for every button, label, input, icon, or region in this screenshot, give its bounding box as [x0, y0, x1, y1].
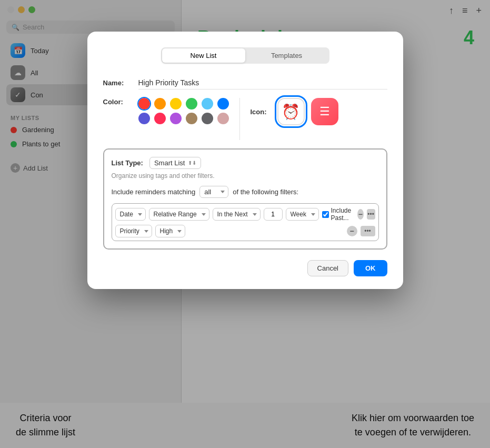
- tab-bar: New List Templates: [161, 47, 329, 64]
- color-row-1: [138, 98, 229, 109]
- modal-overlay: New List Templates Name: Color:: [0, 0, 490, 448]
- color-pink[interactable]: [154, 113, 166, 124]
- filter-remove-date-button[interactable]: −: [357, 209, 363, 220]
- ok-button[interactable]: OK: [354, 260, 387, 276]
- smart-list-section: List Type: Smart List ⬆⬇ Organize using …: [103, 148, 387, 250]
- list-type-select[interactable]: Smart List ⬆⬇: [149, 157, 202, 169]
- color-label: Color:: [103, 98, 132, 106]
- icon-list[interactable]: ☰: [311, 98, 338, 125]
- list-type-row: List Type: Smart List ⬆⬇: [112, 157, 379, 169]
- matching-row: Include reminders matching all any of th…: [112, 186, 379, 198]
- icon-label: Icon:: [251, 108, 267, 116]
- name-input[interactable]: [138, 76, 387, 89]
- filter-row-date: Date Relative Range In the Next Week Inc: [115, 207, 375, 222]
- matching-select[interactable]: all any: [199, 186, 228, 198]
- filter-row-priority: Priority High − •••: [115, 225, 375, 237]
- color-violet[interactable]: [170, 113, 182, 124]
- color-section: Color:: [103, 98, 229, 124]
- filter-operator-relative[interactable]: Relative Range: [149, 208, 209, 221]
- color-rose[interactable]: [217, 113, 229, 124]
- icon-section: Icon: ⏰ ☰: [251, 98, 338, 125]
- tab-new-list[interactable]: New List: [162, 48, 245, 63]
- color-gray[interactable]: [202, 113, 213, 124]
- matching-prefix: Include reminders matching: [112, 188, 196, 196]
- name-label: Name:: [103, 79, 132, 87]
- filter-include-past-checkbox[interactable]: [322, 211, 329, 218]
- filter-include-past[interactable]: Include Past...: [322, 207, 352, 222]
- filter-field-date[interactable]: Date: [115, 208, 146, 221]
- filter-field-priority[interactable]: Priority: [115, 225, 152, 237]
- dialog: New List Templates Name: Color:: [87, 32, 403, 289]
- color-green[interactable]: [186, 98, 197, 109]
- dialog-footer: Cancel OK: [103, 260, 387, 276]
- filter-condition-in-next[interactable]: In the Next: [213, 208, 261, 221]
- color-red[interactable]: [138, 98, 150, 109]
- filter-more-priority-button[interactable]: •••: [361, 226, 375, 236]
- color-blue[interactable]: [217, 98, 229, 109]
- filter-unit-week[interactable]: Week: [286, 208, 319, 221]
- color-icon-row: Color:: [103, 98, 387, 140]
- icon-alarm[interactable]: ⏰: [277, 98, 305, 125]
- color-icon-separator: [239, 98, 240, 140]
- filter-remove-priority-button[interactable]: −: [347, 226, 357, 236]
- cancel-button[interactable]: Cancel: [307, 260, 348, 276]
- color-yellow[interactable]: [170, 98, 182, 109]
- color-light-blue[interactable]: [202, 98, 213, 109]
- color-purple[interactable]: [138, 113, 150, 124]
- list-type-value: Smart List: [154, 159, 185, 167]
- filter-include-past-label: Include Past...: [331, 207, 352, 222]
- color-row-2: [138, 113, 229, 124]
- filter-number-input[interactable]: [264, 208, 283, 221]
- filter-more-date-button[interactable]: •••: [367, 209, 375, 220]
- tab-templates[interactable]: Templates: [245, 48, 328, 63]
- color-orange[interactable]: [154, 98, 166, 109]
- list-type-chevron-icon: ⬆⬇: [188, 160, 196, 166]
- filter-operator-high[interactable]: High: [155, 225, 185, 237]
- matching-suffix: of the following filters:: [233, 188, 298, 196]
- filter-rows: Date Relative Range In the Next Week Inc: [112, 203, 379, 241]
- list-type-label: List Type:: [112, 159, 143, 167]
- color-swatches: [138, 98, 229, 124]
- name-row: Name:: [103, 76, 387, 89]
- color-brown[interactable]: [186, 113, 197, 124]
- list-type-hint: Organize using tags and other filters.: [112, 172, 379, 180]
